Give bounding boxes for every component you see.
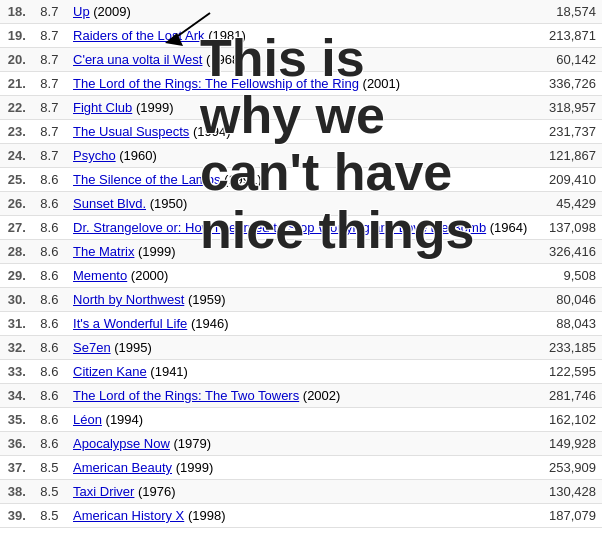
movie-link[interactable]: Dr. Strangelove or: How I Learned to Sto… (73, 220, 486, 235)
table-row: 34.8.6The Lord of the Rings: The Two Tow… (0, 384, 602, 408)
movie-link[interactable]: The Usual Suspects (73, 124, 189, 139)
year-span: (2002) (299, 388, 340, 403)
movie-link[interactable]: Fight Club (73, 100, 132, 115)
score-cell: 8.6 (32, 432, 67, 456)
year-span: (1994) (189, 124, 230, 139)
movie-link[interactable]: Psycho (73, 148, 116, 163)
score-cell: 8.6 (32, 360, 67, 384)
votes-cell: 18,574 (533, 0, 602, 24)
table-row: 23.8.7The Usual Suspects (1994)231,737 (0, 120, 602, 144)
movie-link[interactable]: Léon (73, 412, 102, 427)
votes-cell: 121,867 (533, 144, 602, 168)
score-cell: 8.6 (32, 384, 67, 408)
year-span: (1950) (146, 196, 187, 211)
movie-link[interactable]: Taxi Driver (73, 484, 134, 499)
votes-cell: 281,746 (533, 384, 602, 408)
rank-cell: 35. (0, 408, 32, 432)
movie-link[interactable]: C'era una volta il West (73, 52, 202, 67)
rank-cell: 28. (0, 240, 32, 264)
rank-cell: 39. (0, 504, 32, 528)
year-span: (1968) (202, 52, 243, 67)
year-span: (2000) (127, 268, 168, 283)
title-cell: Memento (2000) (67, 264, 533, 288)
table-row: 38.8.5Taxi Driver (1976)130,428 (0, 480, 602, 504)
year-span: (1964) (486, 220, 527, 235)
movie-link[interactable]: Sunset Blvd. (73, 196, 146, 211)
rank-cell: 31. (0, 312, 32, 336)
movie-link[interactable]: American Beauty (73, 460, 172, 475)
year-span: (1998) (184, 508, 225, 523)
rank-cell: 32. (0, 336, 32, 360)
movie-link[interactable]: It's a Wonderful Life (73, 316, 187, 331)
score-cell: 8.6 (32, 312, 67, 336)
table-row: 24.8.7Psycho (1960)121,867 (0, 144, 602, 168)
table-row: 27.8.6Dr. Strangelove or: How I Learned … (0, 216, 602, 240)
title-cell: Taxi Driver (1976) (67, 480, 533, 504)
votes-cell: 233,185 (533, 336, 602, 360)
movie-link[interactable]: Memento (73, 268, 127, 283)
votes-cell: 137,098 (533, 216, 602, 240)
rank-cell: 23. (0, 120, 32, 144)
score-cell: 8.6 (32, 408, 67, 432)
rank-cell: 21. (0, 72, 32, 96)
year-span: (1999) (132, 100, 173, 115)
rank-cell: 36. (0, 432, 32, 456)
votes-cell: 45,429 (533, 192, 602, 216)
score-cell: 8.6 (32, 168, 67, 192)
score-cell: 8.7 (32, 120, 67, 144)
rank-cell: 27. (0, 216, 32, 240)
movie-link[interactable]: Apocalypse Now (73, 436, 170, 451)
title-cell: Up (2009) (67, 0, 533, 24)
movie-link[interactable]: The Silence of the Lambs (73, 172, 220, 187)
title-cell: Raiders of the Lost Ark (1981) (67, 24, 533, 48)
movie-link[interactable]: Citizen Kane (73, 364, 147, 379)
title-cell: Apocalypse Now (1979) (67, 432, 533, 456)
movie-link[interactable]: North by Northwest (73, 292, 184, 307)
movie-link[interactable]: Up (73, 4, 90, 19)
movie-link[interactable]: Se7en (73, 340, 111, 355)
rank-cell: 33. (0, 360, 32, 384)
year-span: (2001) (359, 76, 400, 91)
score-cell: 8.7 (32, 24, 67, 48)
table-row: 21.8.7The Lord of the Rings: The Fellows… (0, 72, 602, 96)
title-cell: Fight Club (1999) (67, 96, 533, 120)
movies-table: 18.8.7Up (2009)18,57419.8.7Raiders of th… (0, 0, 602, 528)
year-span: (1999) (134, 244, 175, 259)
rank-cell: 19. (0, 24, 32, 48)
votes-cell: 122,595 (533, 360, 602, 384)
movie-link[interactable]: American History X (73, 508, 184, 523)
movie-link[interactable]: The Lord of the Rings: The Two Towers (73, 388, 299, 403)
year-span: (1995) (111, 340, 152, 355)
table-row: 25.8.6The Silence of the Lambs (1991)209… (0, 168, 602, 192)
votes-cell: 213,871 (533, 24, 602, 48)
rank-cell: 34. (0, 384, 32, 408)
movie-link[interactable]: The Matrix (73, 244, 134, 259)
rank-cell: 24. (0, 144, 32, 168)
movie-link[interactable]: Raiders of the Lost Ark (73, 28, 205, 43)
year-span: (1976) (134, 484, 175, 499)
rank-cell: 18. (0, 0, 32, 24)
table-row: 30.8.6North by Northwest (1959)80,046 (0, 288, 602, 312)
table-row: 31.8.6It's a Wonderful Life (1946)88,043 (0, 312, 602, 336)
table-row: 36.8.6Apocalypse Now (1979)149,928 (0, 432, 602, 456)
movie-link[interactable]: The Lord of the Rings: The Fellowship of… (73, 76, 359, 91)
score-cell: 8.6 (32, 288, 67, 312)
title-cell: The Lord of the Rings: The Fellowship of… (67, 72, 533, 96)
score-cell: 8.6 (32, 264, 67, 288)
title-cell: Sunset Blvd. (1950) (67, 192, 533, 216)
votes-cell: 88,043 (533, 312, 602, 336)
votes-cell: 80,046 (533, 288, 602, 312)
votes-cell: 187,079 (533, 504, 602, 528)
votes-cell: 9,508 (533, 264, 602, 288)
score-cell: 8.7 (32, 72, 67, 96)
title-cell: It's a Wonderful Life (1946) (67, 312, 533, 336)
title-cell: The Matrix (1999) (67, 240, 533, 264)
table-row: 35.8.6Léon (1994)162,102 (0, 408, 602, 432)
table-row: 39.8.5American History X (1998)187,079 (0, 504, 602, 528)
year-span: (1999) (172, 460, 213, 475)
title-cell: Se7en (1995) (67, 336, 533, 360)
title-cell: Léon (1994) (67, 408, 533, 432)
score-cell: 8.6 (32, 240, 67, 264)
title-cell: The Lord of the Rings: The Two Towers (2… (67, 384, 533, 408)
score-cell: 8.5 (32, 504, 67, 528)
